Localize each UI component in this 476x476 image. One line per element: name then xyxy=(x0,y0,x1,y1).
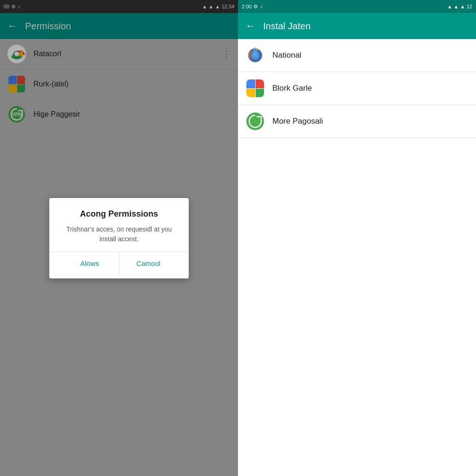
right-title: Instal Jaten xyxy=(263,21,469,32)
right-panel: 2:00 ⚙ ♪ ▲ ▲ ▲ 12 ← Instal Jaten xyxy=(238,0,476,476)
dialog-allow-button[interactable]: Alows xyxy=(60,252,119,275)
right-app-icon-firefox xyxy=(245,46,265,65)
right-app-item-national[interactable]: National xyxy=(238,39,476,72)
dialog-overlay: Acong Permissions Trishnar's acces, on r… xyxy=(0,0,238,476)
right-status-bar: 2:00 ⚙ ♪ ▲ ▲ ▲ 12 xyxy=(238,0,476,13)
right-app-icon-vpn2 xyxy=(245,112,265,131)
right-app-item-blork[interactable]: Blork Garle xyxy=(238,72,476,105)
right-app-icon-mosaic2 xyxy=(245,79,265,98)
right-notify-icon1: ⚙ xyxy=(253,4,258,10)
dialog-title: Acong Permissions xyxy=(60,209,178,219)
dialog-buttons: Alows Camool xyxy=(60,252,178,275)
right-app-name-national: National xyxy=(272,51,301,60)
right-app-name-more: More Pagosali xyxy=(272,117,323,126)
right-top-bar: ← Instal Jaten xyxy=(238,13,476,39)
right-status-right: ▲ ▲ ▲ 12 xyxy=(447,4,472,9)
right-signal-icons: ▲ ▲ ▲ 12 xyxy=(447,4,472,9)
right-notify-icon2: ♪ xyxy=(260,4,263,9)
right-back-button[interactable]: ← xyxy=(245,20,256,32)
svg-point-7 xyxy=(253,47,257,55)
right-time: 2:00 xyxy=(242,4,251,9)
right-app-name-blork: Blork Garle xyxy=(272,84,312,93)
dialog-body: Trishnar's acces, on requesidl at you in… xyxy=(60,225,178,244)
dialog-cancel-button[interactable]: Camool xyxy=(119,252,178,275)
right-status-left: 2:00 ⚙ ♪ xyxy=(242,4,263,10)
right-app-item-more[interactable]: More Pagosali xyxy=(238,105,476,138)
left-panel: 00 ⚙ ♪ ▲ ▲ ▲ 12:34 ← Permission xyxy=(0,0,238,476)
right-app-list: National Blork Garle xyxy=(238,39,476,476)
permission-dialog: Acong Permissions Trishnar's acces, on r… xyxy=(49,198,189,278)
